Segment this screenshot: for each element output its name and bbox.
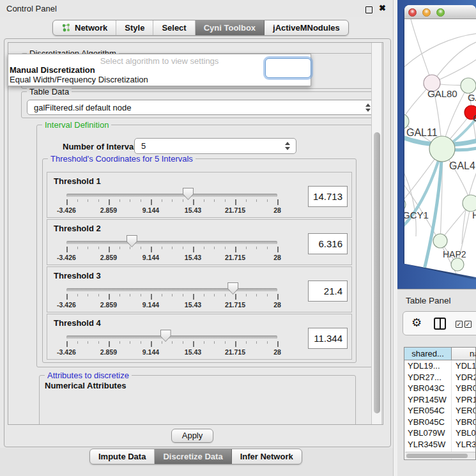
network-node[interactable] [461,78,476,93]
interval-definition-group: Interval Definition Number of Intervals … [36,125,372,367]
table-header-row: shared...na [404,348,475,360]
tick-label: 15.43 [174,206,212,214]
slider-thumb[interactable] [183,188,194,200]
network-node[interactable] [429,136,455,162]
tick-mark [172,341,173,344]
table-cell: YBL079W [404,427,452,439]
tick-mark [109,294,110,300]
tick-label: 2.859 [89,301,128,309]
tick-mark [204,341,204,344]
slider-track[interactable] [66,241,277,244]
number-of-intervals-combobox[interactable]: 5 [134,138,296,154]
table-row[interactable]: YER054CYER0 [404,405,475,417]
checkbox-icon[interactable]: ✓ [464,321,472,328]
network-node[interactable] [404,198,406,211]
table-data-combobox[interactable]: galFiltered.sif default node [27,100,377,115]
threshold-value-field[interactable]: 14.713 [308,186,348,207]
network-canvas[interactable]: GAL80GACGAL11GAL4GCY1HHAP2 [404,19,476,277]
number-of-intervals-value: 5 [135,141,282,151]
tick-mark [130,199,130,202]
tick-mark [193,341,194,347]
tick-label: 9.144 [132,254,170,261]
tab-select[interactable]: Select [153,20,195,35]
network-node[interactable] [433,234,447,248]
tab-network[interactable]: Network [53,20,116,35]
network-edge[interactable] [404,33,476,70]
tick-mark [256,199,257,202]
tab-impute-data[interactable]: Impute Data [90,449,155,464]
tick-mark [267,341,268,344]
tick-mark [98,294,99,296]
algorithm-option[interactable]: Manual Discretization [10,65,95,74]
scrollbar-thumb[interactable] [374,132,380,413]
slider-thumb[interactable] [127,235,137,247]
scrollbar-thumb[interactable] [406,454,468,458]
gear-icon[interactable]: ⚙ [411,316,422,330]
network-edge[interactable] [432,41,476,83]
tab-discretize-data[interactable]: Discretize Data [155,449,231,464]
float-window-icon[interactable] [365,6,372,13]
network-window-titlebar[interactable] [404,5,476,19]
node-label: GA [468,92,476,103]
table-row[interactable]: YPR145WYPR1 [404,394,475,406]
table-row[interactable]: YBR043CYBR0 [404,383,475,394]
table-header-shared-name[interactable]: shared... [404,348,452,360]
attributes-group: Attributes to discretize Numerical Attri… [39,375,356,425]
threshold-value-field[interactable]: 11.344 [308,328,348,349]
network-edge[interactable] [404,166,416,236]
network-edge[interactable] [411,19,432,83]
table-row[interactable]: YBR045CYBR0 [404,417,475,428]
threshold-label: Threshold 3 [54,271,101,280]
tick-mark [88,341,88,344]
tick-mark [88,294,88,296]
slider-tick-labels: -3.4262.8599.14415.4321.71528 [66,301,277,309]
table-row[interactable]: YDL19...YDL1 [404,360,475,372]
tick-mark [109,341,110,347]
tab-label: jActiveMNodules [273,23,340,33]
tick-label: 15.43 [174,348,212,356]
slider-thumb[interactable] [227,282,238,295]
panel-divider[interactable] [393,0,397,476]
tick-mark [98,247,99,249]
tick-mark [162,341,162,344]
tab-style[interactable]: Style [116,20,153,35]
algorithm-combobox[interactable] [265,58,311,78]
thresholds-group-title: Threshold's Coordinates for 5 Intervals [48,154,196,164]
table-row[interactable]: YBL079WYBL0 [404,427,475,439]
tick-label: 2.859 [89,254,128,261]
slider-track[interactable] [66,194,277,197]
table-row[interactable]: YLR345WYLR3 [404,439,475,450]
thresholds-group: Threshold's Coordinates for 5 Intervals … [42,158,357,363]
tick-mark [98,199,99,202]
tick-mark [256,294,257,296]
slider-track[interactable] [66,335,277,339]
algorithm-option[interactable]: Equal Width/Frequency Discretization [10,75,148,84]
zoom-light[interactable] [436,8,445,17]
tab-jactivemnodules[interactable]: jActiveMNodules [265,20,348,35]
close-light[interactable] [408,8,417,17]
tab-infer-network[interactable]: Infer Network [232,449,302,464]
tick-mark [214,199,215,202]
tick-label: 28 [258,206,296,214]
checkbox-icon[interactable]: ✓ [456,321,463,328]
tick-mark [235,199,236,205]
tab-label: Style [125,23,144,33]
tab-cyni-toolbox[interactable]: Cyni Toolbox [196,20,265,35]
table-header-name[interactable]: na [452,348,475,360]
bottom-tab-bar: Impute DataDiscretize DataInfer Network [89,449,302,464]
close-icon[interactable]: ✖ [379,3,386,13]
tick-mark [162,199,162,202]
slider-thumb[interactable] [160,330,171,342]
split-columns-icon[interactable] [434,318,446,330]
minimize-light[interactable] [422,8,431,17]
apply-button[interactable]: Apply [171,429,213,443]
settings-vertical-scrollbar[interactable] [371,43,382,425]
slider-track[interactable] [66,288,277,291]
table-row[interactable]: YDR27...YDR2 [404,372,475,383]
table-horizontal-scrollbar[interactable] [405,452,476,459]
threshold-value-field[interactable]: 21.4 [308,280,348,302]
threshold-value-field[interactable]: 6.316 [308,233,348,254]
tick-label: 28 [258,254,296,261]
network-node[interactable] [451,258,464,271]
numerical-attributes-label: Numerical Attributes [45,381,126,390]
